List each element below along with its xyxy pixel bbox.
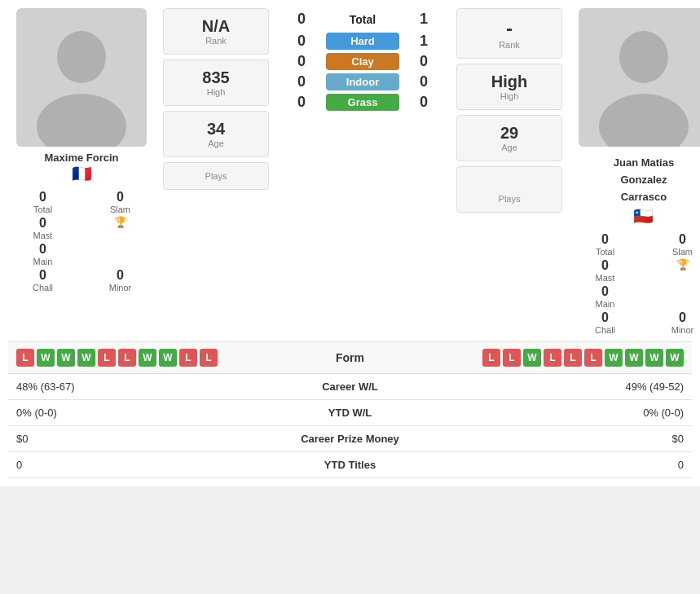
left-indoor-score: 0 xyxy=(277,73,326,90)
svg-point-1 xyxy=(37,94,126,147)
right-high-box: High High xyxy=(456,64,562,110)
player-right-stats: 0 Total 0 Slam 0 Mast 🏆 0 Main xyxy=(570,232,700,335)
right-total-score: 1 xyxy=(399,11,448,28)
svg-point-2 xyxy=(619,31,668,83)
form-badge-right-L: L xyxy=(564,349,582,367)
center-column: 0 Total 1 0 Hard 1 0 Clay 0 0 Indoor 0 0 xyxy=(277,8,448,335)
bottom-right-0: 49% (49-52) xyxy=(461,381,684,393)
left-minor-stat: 0 Minor xyxy=(86,268,155,293)
right-age-box: 29 Age xyxy=(456,115,562,161)
right-plays-box: Plays xyxy=(456,166,562,213)
main-container: Maxime Forcin 🇫🇷 0 Total 0 Slam 0 Mast 🏆 xyxy=(0,0,700,486)
right-form-badges: LLWLLLWWWW xyxy=(482,349,684,367)
form-badge-right-L: L xyxy=(584,349,602,367)
bottom-left-0: 48% (63-67) xyxy=(16,381,239,393)
bottom-stats: 48% (63-67) Career W/L 49% (49-52) 0% (0… xyxy=(8,373,692,478)
total-label: Total xyxy=(326,13,399,26)
right-hard-score: 1 xyxy=(399,33,448,50)
clay-score-row: 0 Clay 0 xyxy=(277,53,448,70)
bottom-center-2: Career Prize Money xyxy=(239,433,461,445)
form-badge-left-L: L xyxy=(16,349,34,367)
right-stat-column: - Rank High High 29 Age Plays xyxy=(456,8,562,335)
player-right-name-block: Juan Matias Gonzalez Carrasco 🇨🇱 xyxy=(614,152,674,226)
left-rank-box: N/A Rank xyxy=(163,8,269,55)
left-total-score: 0 xyxy=(277,11,326,28)
bottom-right-2: $0 xyxy=(461,433,684,445)
player-left: Maxime Forcin 🇫🇷 0 Total 0 Slam 0 Mast 🏆 xyxy=(8,8,155,335)
left-form-badges: LWWWLLWWLL xyxy=(16,349,218,367)
player-right-avatar xyxy=(579,8,700,147)
right-grass-score: 0 xyxy=(399,94,448,111)
form-badge-right-W: W xyxy=(666,349,684,367)
right-empty xyxy=(648,284,700,309)
left-mast-stat: 0 Mast xyxy=(8,216,77,240)
left-hard-score: 0 xyxy=(277,33,326,50)
form-section: LWWWLLWWLL Form LLWLLLWWWW xyxy=(8,341,692,373)
right-minor-stat: 0 Minor xyxy=(648,310,700,335)
right-clay-score: 0 xyxy=(399,53,448,70)
bottom-row-0: 48% (63-67) Career W/L 49% (49-52) xyxy=(8,373,692,399)
form-badge-left-W: W xyxy=(139,349,156,367)
right-chall-stat: 0 Chall xyxy=(570,310,640,335)
form-badge-left-W: W xyxy=(159,349,177,367)
left-stat-column: N/A Rank 835 High 34 Age Plays xyxy=(163,8,269,335)
svg-point-3 xyxy=(599,94,689,147)
left-age-box: 34 Age xyxy=(163,111,269,157)
left-total-stat: 0 Total xyxy=(8,190,77,214)
right-indoor-score: 0 xyxy=(399,73,448,90)
right-slam-stat: 0 Slam xyxy=(648,232,700,257)
right-flag: 🇨🇱 xyxy=(614,206,674,226)
bottom-left-3: 0 xyxy=(16,459,239,471)
bottom-center-3: YTD Titles xyxy=(239,459,461,471)
player-right-name-line3: Carrasco xyxy=(614,191,674,203)
form-badge-right-L: L xyxy=(503,349,521,367)
player-right: Juan Matias Gonzalez Carrasco 🇨🇱 0 Total… xyxy=(570,8,700,335)
form-badge-left-L: L xyxy=(200,349,218,367)
indoor-badge: Indoor xyxy=(326,73,399,90)
hard-score-row: 0 Hard 1 xyxy=(277,33,448,50)
right-total-stat: 0 Total xyxy=(570,232,640,257)
player-left-stats: 0 Total 0 Slam 0 Mast 🏆 0 Main xyxy=(8,190,155,293)
player-left-avatar xyxy=(16,8,147,147)
player-left-name: Maxime Forcin xyxy=(44,152,118,164)
bottom-row-2: $0 Career Prize Money $0 xyxy=(8,425,692,451)
left-flag: 🇫🇷 xyxy=(72,164,92,183)
player-right-name-line1: Juan Matias xyxy=(614,156,674,169)
indoor-score-row: 0 Indoor 0 xyxy=(277,73,448,90)
form-badge-right-W: W xyxy=(625,349,643,367)
left-plays-box: Plays xyxy=(163,162,269,190)
bottom-center-1: YTD W/L xyxy=(239,407,461,419)
bottom-right-1: 0% (0-0) xyxy=(461,407,684,419)
bottom-center-0: Career W/L xyxy=(239,381,461,393)
form-badge-left-W: W xyxy=(37,349,55,367)
right-mast-stat: 0 Mast xyxy=(570,258,640,283)
svg-point-0 xyxy=(57,31,106,83)
clay-badge: Clay xyxy=(326,53,399,70)
form-badge-left-W: W xyxy=(77,349,95,367)
bottom-row-1: 0% (0-0) YTD W/L 0% (0-0) xyxy=(8,399,692,425)
grass-score-row: 0 Grass 0 xyxy=(277,94,448,111)
left-empty xyxy=(86,242,155,266)
bottom-left-2: $0 xyxy=(16,433,239,445)
total-score-row: 0 Total 1 xyxy=(277,11,448,28)
form-badge-right-W: W xyxy=(523,349,541,367)
right-main-stat: 0 Main xyxy=(570,284,640,309)
left-main-stat: 0 Main xyxy=(8,242,77,266)
left-high-box: 835 High xyxy=(163,59,269,106)
bottom-right-3: 0 xyxy=(461,459,684,471)
left-clay-score: 0 xyxy=(277,53,326,70)
form-badge-right-L: L xyxy=(544,349,561,367)
left-grass-score: 0 xyxy=(277,94,326,111)
left-slam-stat: 0 Slam xyxy=(86,190,155,214)
left-trophy-icon: 🏆 xyxy=(86,216,155,240)
left-chall-stat: 0 Chall xyxy=(8,268,77,293)
form-badge-right-W: W xyxy=(645,349,663,367)
form-label: Form xyxy=(336,351,364,364)
form-badge-right-L: L xyxy=(482,349,500,367)
right-trophy-icon: 🏆 xyxy=(648,258,700,283)
form-badge-left-L: L xyxy=(118,349,136,367)
player-right-name-line2: Gonzalez xyxy=(614,174,674,186)
form-badge-left-L: L xyxy=(179,349,197,367)
hard-badge: Hard xyxy=(326,33,399,50)
top-player-section: Maxime Forcin 🇫🇷 0 Total 0 Slam 0 Mast 🏆 xyxy=(8,8,692,335)
